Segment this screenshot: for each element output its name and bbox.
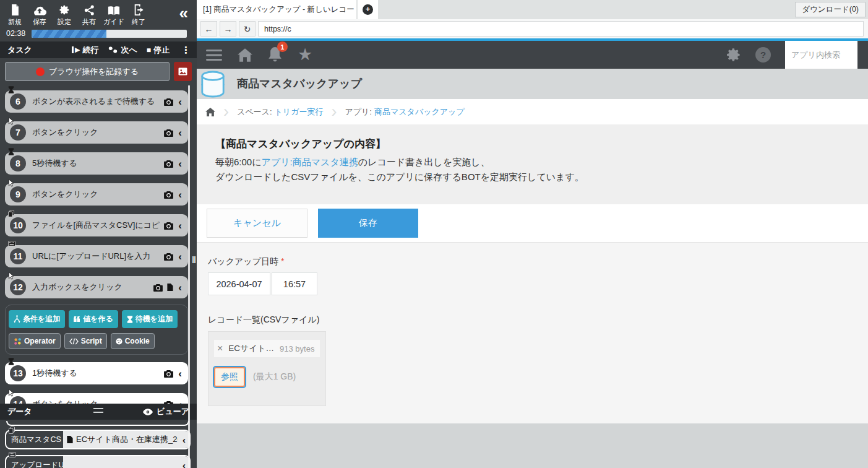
collapse-chevron-icon[interactable]: ‹ bbox=[178, 251, 182, 262]
screenshot-button[interactable] bbox=[174, 62, 192, 81]
cancel-button[interactable]: キャンセル bbox=[207, 209, 307, 238]
app-search-input[interactable] bbox=[785, 41, 857, 69]
data-variable-row[interactable]: アップロードU‹ bbox=[5, 455, 191, 468]
step-item-11[interactable]: 11URLに[アップロードURL]を入力‹ bbox=[5, 245, 188, 267]
save-record-button[interactable]: 保存 bbox=[318, 209, 418, 238]
step-item-13[interactable]: 131秒待機する‹ bbox=[5, 362, 188, 384]
save-button[interactable]: 保存 bbox=[27, 4, 52, 27]
app-settings-gear-icon[interactable] bbox=[726, 47, 741, 63]
viewer-button[interactable]: ビューア bbox=[143, 406, 189, 417]
help-icon[interactable]: ? bbox=[755, 47, 771, 63]
play-icon: ▶ bbox=[72, 46, 80, 53]
app-link[interactable]: アプリ:商品マスタ連携 bbox=[262, 157, 358, 167]
cursor-icon bbox=[8, 179, 15, 187]
description-text: のレコード書き出しを実施し、 bbox=[358, 157, 490, 167]
operator-button[interactable]: Operator bbox=[9, 333, 61, 349]
step-item-9[interactable]: 9ボタンをクリック‹ bbox=[5, 183, 188, 206]
hamburger-menu-icon[interactable] bbox=[206, 50, 222, 61]
forward-button[interactable]: → bbox=[220, 21, 236, 37]
step-item-6[interactable]: 6ボタンが表示されるまで待機する‹ bbox=[5, 90, 188, 113]
script-button[interactable]: Script bbox=[64, 333, 107, 349]
steps-scrollbar[interactable] bbox=[188, 85, 190, 468]
step-item-14[interactable]: 14ボタンをクリック‹ bbox=[5, 393, 188, 404]
app-title-band: 商品マスタバックアップ bbox=[197, 69, 868, 99]
stop-button[interactable]: ■ 停止 bbox=[147, 45, 170, 56]
toolbar-items: 新規保存設定共有ガイド終了 bbox=[2, 4, 151, 27]
step-label: 1秒待機する bbox=[32, 368, 160, 379]
stop-icon: ■ bbox=[147, 46, 151, 54]
collapse-chevron-icon[interactable]: ‹ bbox=[178, 399, 182, 404]
collapse-chevron-icon[interactable]: ‹ bbox=[178, 97, 182, 107]
make-value-button[interactable]: 値を作る bbox=[69, 310, 118, 328]
collapse-panel-icon[interactable]: « bbox=[179, 5, 188, 21]
collapse-chevron-icon[interactable]: ‹ bbox=[178, 158, 182, 169]
collapse-chevron-icon[interactable]: ‹ bbox=[178, 128, 182, 138]
camera-icon[interactable] bbox=[164, 222, 173, 230]
favorites-star-icon[interactable]: ★ bbox=[298, 46, 312, 63]
step-item-7[interactable]: 7ボタンをクリック‹ bbox=[5, 121, 188, 144]
camera-icon[interactable] bbox=[153, 284, 163, 292]
step-item-12[interactable]: 12入力ボックスをクリック‹ bbox=[5, 276, 188, 298]
chevron-left-icon[interactable]: ‹ bbox=[183, 435, 186, 445]
camera-icon[interactable] bbox=[164, 129, 173, 137]
step-item-8[interactable]: 85秒待機する‹ bbox=[5, 152, 188, 175]
url-input[interactable] bbox=[258, 21, 864, 37]
collapse-chevron-icon[interactable]: ‹ bbox=[178, 220, 182, 231]
exit-button[interactable]: 終了 bbox=[126, 4, 151, 27]
file-field-label: レコード一覧(CSVファイル) bbox=[208, 314, 868, 326]
back-button[interactable]: ← bbox=[200, 21, 217, 37]
chevron-left-icon[interactable]: ‹ bbox=[183, 460, 186, 468]
browse-button[interactable]: 参照 bbox=[214, 367, 245, 387]
continue-button[interactable]: ▶ 続行 bbox=[72, 45, 98, 56]
remove-file-icon[interactable]: × bbox=[217, 344, 223, 353]
record-browser-actions-button[interactable]: ブラウザ操作を記録する bbox=[5, 62, 170, 81]
new-tab-button[interactable]: + bbox=[358, 0, 378, 19]
camera-icon[interactable] bbox=[164, 191, 173, 199]
share-button[interactable]: 共有 bbox=[77, 4, 101, 27]
data-variable-row[interactable]: 商品マスタCSECサイト商品・在庫連携_2026‹ bbox=[5, 430, 191, 449]
browser-tab[interactable]: [1] 商品マスタバックアップ - 新しいレコー bbox=[197, 0, 356, 19]
hourglass-icon bbox=[8, 358, 14, 365]
settings-button[interactable]: 設定 bbox=[52, 4, 77, 27]
notifications-button[interactable]: 1 bbox=[268, 47, 282, 63]
time-input[interactable] bbox=[272, 272, 317, 295]
breadcrumb-app-link[interactable]: 商品マスタバックアップ bbox=[374, 106, 465, 118]
keyboard-icon bbox=[9, 452, 16, 457]
home-icon[interactable] bbox=[238, 48, 252, 62]
step-label: ボタンをクリック bbox=[32, 399, 160, 404]
breadcrumb-space-link[interactable]: トリガー実行 bbox=[275, 106, 324, 118]
reload-button[interactable]: ↻ bbox=[239, 21, 256, 37]
collapse-chevron-icon[interactable]: ‹ bbox=[178, 189, 182, 200]
panel-resize-handle[interactable] bbox=[93, 408, 103, 413]
add-wait-button[interactable]: 待機を追加 bbox=[122, 310, 178, 328]
cookie-button[interactable]: Cookie bbox=[111, 333, 155, 349]
camera-icon[interactable] bbox=[164, 370, 173, 378]
camera-icon[interactable] bbox=[164, 98, 173, 106]
camera-icon[interactable] bbox=[164, 160, 173, 168]
breadcrumb-home-icon[interactable] bbox=[205, 108, 215, 116]
description-text: 毎朝6:00に bbox=[215, 157, 262, 167]
toolbar-label: 終了 bbox=[132, 17, 145, 27]
collapse-chevron-icon[interactable]: ‹ bbox=[178, 368, 182, 379]
task-menu-icon[interactable]: ⋮ bbox=[181, 45, 191, 56]
forward-icon: → bbox=[224, 24, 233, 34]
next-label: 次へ bbox=[121, 45, 137, 56]
task-bar: タスク ▶ 続行 次へ ■ 停止 ⋮ bbox=[0, 41, 197, 58]
document-icon[interactable] bbox=[167, 284, 173, 291]
date-input[interactable] bbox=[208, 272, 270, 295]
add-condition-button[interactable]: 条件を追加 bbox=[9, 310, 65, 328]
downloads-button[interactable]: ダウンロード(0) bbox=[795, 2, 866, 17]
new-button[interactable]: 新規 bbox=[2, 4, 27, 27]
continue-label: 続行 bbox=[82, 45, 98, 56]
next-step-button[interactable]: 次へ bbox=[108, 45, 137, 56]
collapse-chevron-icon[interactable]: ‹ bbox=[178, 282, 182, 293]
camera-icon[interactable] bbox=[164, 253, 173, 261]
timer-row: 02:38 bbox=[0, 27, 197, 41]
file-attachment-panel: × ECサイト… 913 bytes 参照 (最大1 GB) bbox=[208, 331, 326, 406]
breadcrumb: › スペース: トリガー実行 › アプリ: 商品マスタバックアップ bbox=[197, 99, 868, 124]
panel-splitter-handle[interactable]: ‖ bbox=[192, 255, 196, 265]
cursor-icon bbox=[8, 389, 15, 397]
breadcrumb-separator: › bbox=[223, 103, 229, 120]
step-item-10[interactable]: 10ファイルを[商品マスタCSV]にコピー‹ bbox=[5, 214, 188, 236]
guide-button[interactable]: ガイド bbox=[101, 4, 126, 27]
